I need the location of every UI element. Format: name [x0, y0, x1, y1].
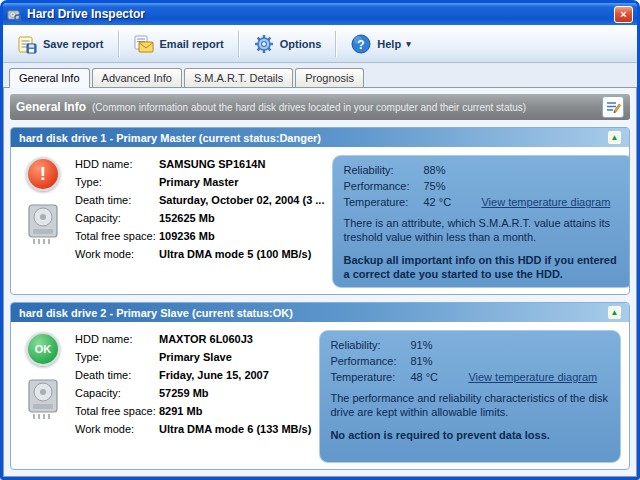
general-info-page: General Info (Common information about t… [3, 87, 637, 477]
stat-label: Temperature: [330, 371, 410, 383]
drive-2-status-panel: Reliability:91% Performance:81% Temperat… [319, 330, 621, 463]
stat-row: Reliability:88% [343, 164, 623, 176]
stat-value: 75% [423, 180, 481, 192]
edit-note-icon[interactable] [602, 96, 624, 118]
field-label: HDD name: [75, 158, 159, 171]
toolbar-separator [118, 31, 119, 57]
field-label: HDD name: [75, 333, 159, 346]
tab-general-info[interactable]: General Info [9, 68, 90, 88]
help-dropdown-arrow: ▾ [406, 39, 411, 49]
field-label: Capacity: [75, 212, 159, 225]
stat-label: Performance: [330, 355, 410, 367]
drive-1-status-column: ! [19, 155, 67, 288]
field-value: MAXTOR 6L060J3 [159, 333, 253, 346]
field-row: Capacity:57259 Mb [75, 387, 311, 400]
options-button[interactable]: Options [246, 29, 329, 59]
drive-1-section: hard disk drive 1 - Primary Master (curr… [10, 127, 630, 295]
drive-2-section: hard disk drive 2 - Primary Slave (curre… [10, 302, 630, 470]
stat-label: Performance: [343, 180, 423, 192]
svg-text:?: ? [358, 37, 365, 51]
panel-advice-text: Backup all important info on this HDD if… [343, 253, 623, 282]
field-label: Death time: [75, 369, 159, 382]
tab-smart-details[interactable]: S.M.A.R.T. Details [184, 68, 293, 87]
options-gear-icon [253, 33, 275, 55]
tab-advanced-info[interactable]: Advanced Info [92, 68, 182, 87]
options-label: Options [280, 38, 322, 50]
drive-2-header-text: hard disk drive 2 - Primary Slave (curre… [19, 307, 293, 319]
app-icon [7, 7, 22, 22]
stat-row: Performance:81% [330, 355, 610, 367]
drive-1-body: ! H [11, 147, 629, 295]
drive-1-status-panel: Reliability:88% Performance:75% Temperat… [332, 155, 630, 288]
field-value: SAMSUNG SP1614N [159, 158, 265, 171]
help-button[interactable]: ? Help ▾ [343, 29, 417, 59]
drive-2-body: OK [11, 322, 629, 470]
field-value: Primary Slave [159, 351, 232, 364]
drive-2-header: hard disk drive 2 - Primary Slave (curre… [11, 303, 629, 322]
field-value: 152625 Mb [159, 212, 215, 225]
banner-subtitle: (Common information about the hard disk … [92, 102, 526, 113]
tab-bar: General Info Advanced Info S.M.A.R.T. De… [3, 63, 637, 87]
stat-row: Temperature:42 °CView temperature diagra… [343, 196, 623, 208]
status-ok-icon: OK [26, 332, 60, 366]
panel-info-text: There is an attribute, which S.M.A.R.T. … [343, 216, 623, 245]
field-label: Type: [75, 176, 159, 189]
temperature-link[interactable]: View temperature diagram [481, 196, 610, 208]
stat-row: Performance:75% [343, 180, 623, 192]
titlebar: Hard Drive Inspector × [3, 3, 637, 25]
field-row: HDD name:SAMSUNG SP1614N [75, 158, 324, 171]
field-row: Capacity:152625 Mb [75, 212, 324, 225]
field-row: Work mode:Ultra DMA mode 6 (133 MB/s) [75, 423, 311, 436]
field-value: Friday, June 15, 2007 [159, 369, 269, 382]
field-row: Work mode:Ultra DMA mode 5 (100 MB/s) [75, 248, 324, 261]
stat-value: 48 °C [410, 371, 468, 383]
banner-title: General Info [16, 100, 86, 114]
collapse-icon[interactable]: ▲ [608, 131, 621, 144]
field-row: Total free space:109236 Mb [75, 230, 324, 243]
email-report-icon [133, 33, 155, 55]
save-report-icon [16, 33, 38, 55]
window-title: Hard Drive Inspector [27, 7, 609, 21]
field-value: Saturday, October 02, 2004 (3 ... [159, 194, 324, 207]
field-row: Total free space:8291 Mb [75, 405, 311, 418]
stat-label: Reliability: [343, 164, 423, 176]
hdd-icon [25, 203, 61, 247]
field-value: 57259 Mb [159, 387, 209, 400]
panel-info-text: The performance and reliability characte… [330, 391, 610, 420]
email-report-label: Email report [160, 38, 224, 50]
stat-value: 42 °C [423, 196, 481, 208]
close-button[interactable]: × [614, 6, 633, 23]
page-banner: General Info (Common information about t… [10, 94, 630, 120]
field-row: Type:Primary Slave [75, 351, 311, 364]
field-row: HDD name:MAXTOR 6L060J3 [75, 333, 311, 346]
field-label: Work mode: [75, 423, 159, 436]
drive-2-fields: HDD name:MAXTOR 6L060J3 Type:Primary Sla… [75, 330, 311, 463]
field-label: Total free space: [75, 405, 159, 418]
field-value: Primary Master [159, 176, 239, 189]
field-label: Capacity: [75, 387, 159, 400]
tab-prognosis[interactable]: Prognosis [295, 68, 364, 87]
drive-2-status-column: OK [19, 330, 67, 463]
temperature-link[interactable]: View temperature diagram [468, 371, 597, 383]
field-value: Ultra DMA mode 5 (100 MB/s) [159, 248, 311, 261]
field-row: Death time:Friday, June 15, 2007 [75, 369, 311, 382]
toolbar-separator [335, 31, 336, 57]
stat-label: Reliability: [330, 339, 410, 351]
field-label: Work mode: [75, 248, 159, 261]
email-report-button[interactable]: Email report [126, 29, 231, 59]
panel-advice-text: No action is required to prevent data lo… [330, 428, 610, 442]
help-label: Help [377, 38, 401, 50]
stat-row: Reliability:91% [330, 339, 610, 351]
stat-label: Temperature: [343, 196, 423, 208]
field-label: Death time: [75, 194, 159, 207]
toolbar: Save report Email report [3, 25, 637, 63]
field-value: 8291 Mb [159, 405, 202, 418]
save-report-button[interactable]: Save report [9, 29, 111, 59]
field-value: Ultra DMA mode 6 (133 MB/s) [159, 423, 311, 436]
help-icon: ? [350, 33, 372, 55]
drive-1-header-text: hard disk drive 1 - Primary Master (curr… [19, 132, 321, 144]
status-danger-icon: ! [26, 157, 60, 191]
drive-1-header: hard disk drive 1 - Primary Master (curr… [11, 128, 629, 147]
collapse-icon[interactable]: ▲ [608, 306, 621, 319]
stat-row: Temperature:48 °CView temperature diagra… [330, 371, 610, 383]
